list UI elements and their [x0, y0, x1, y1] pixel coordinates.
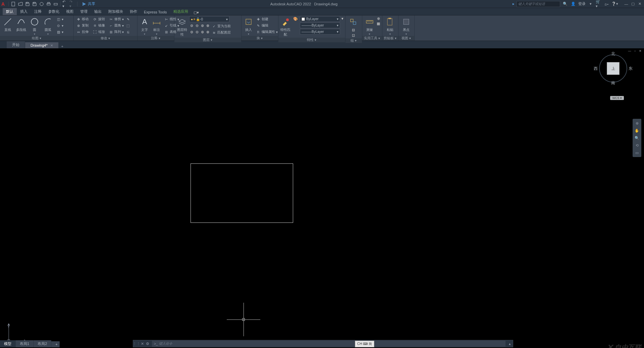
nav-showmotion-icon[interactable]: ▭ — [633, 149, 641, 156]
tab-manage[interactable]: 管理 — [77, 8, 91, 15]
layer-icon5[interactable]: ⊜ — [189, 30, 194, 34]
panel-layer-label[interactable]: 图层▼ — [174, 38, 241, 42]
layout-add[interactable]: + — [51, 341, 60, 347]
draw-misc1[interactable]: ◫▾ — [55, 16, 64, 22]
panel-modify-label[interactable]: 修改▼ — [74, 36, 137, 41]
doctab-close-icon[interactable]: ✕ — [50, 44, 53, 47]
layer-setcur[interactable]: ✓置为当前 — [211, 23, 232, 29]
cart-icon[interactable]: 🛒▾ — [596, 1, 602, 7]
arc-tool[interactable]: 圆弧▼ — [42, 16, 54, 36]
move-icon[interactable]: ✥ — [76, 17, 81, 21]
prop-expand-icon[interactable]: ▾ — [341, 16, 344, 21]
tab-expand-icon[interactable]: ▢▾ — [193, 10, 200, 15]
doctab-add-icon[interactable]: + — [59, 44, 66, 48]
draw-misc2[interactable]: ⊙▾ — [55, 22, 64, 29]
fillet-icon[interactable]: ⌐ — [109, 23, 113, 28]
layout-model[interactable]: 模型 — [0, 340, 16, 347]
cmd-close-icon[interactable]: ✕ — [140, 342, 145, 346]
cmd-recent-icon[interactable]: ▴ — [507, 342, 513, 346]
dim-tool[interactable]: 标注▼ — [151, 16, 162, 36]
login-dropdown-icon[interactable]: ▾ — [588, 1, 594, 7]
panel-block-label[interactable]: 块▼ — [241, 36, 278, 41]
viewcube-top[interactable]: 上 — [607, 62, 620, 75]
qat-redo-icon[interactable]: ↷ ▾ — [69, 1, 75, 7]
tab-insert[interactable]: 插入 — [17, 8, 31, 15]
util-icon2[interactable]: ▦ — [376, 21, 381, 26]
array-tool[interactable]: 阵列 — [114, 30, 121, 34]
offset-icon[interactable]: ⊆ — [126, 30, 130, 34]
command-line[interactable]: ⋮⋮ ✕ ⚙ >_键入命令 ▴ — [133, 340, 513, 347]
mirror-tool[interactable]: 镜像 — [98, 23, 105, 28]
group-tool[interactable]: ⊟ ⊡ — [347, 16, 360, 38]
doctab-drawing[interactable]: Drawing4* ✕ — [25, 42, 58, 48]
doc-close-icon[interactable]: ✕ — [638, 49, 643, 53]
login-button[interactable]: 登录 — [578, 1, 586, 6]
minimize-button[interactable]: — — [623, 1, 629, 7]
viewcube-west[interactable]: 西 — [594, 66, 598, 71]
explode-icon[interactable]: ⬚ — [126, 23, 130, 28]
maximize-button[interactable]: ▢ — [630, 1, 636, 7]
insert-tool[interactable]: 插入▼ — [243, 16, 254, 36]
search-icon[interactable]: 🔍 — [562, 1, 568, 7]
qat-open-icon[interactable] — [17, 1, 23, 7]
layout-1[interactable]: 布局1 — [16, 340, 34, 347]
user-icon[interactable]: 👤 — [570, 1, 576, 7]
fillet-tool[interactable]: 圆角 — [114, 23, 121, 28]
layout-2[interactable]: 布局2 — [34, 340, 51, 347]
tab-express[interactable]: Express Tools — [141, 9, 170, 15]
mirror-icon[interactable]: ⧈ — [93, 23, 97, 28]
trim-tool[interactable]: 修剪 — [114, 17, 121, 21]
circle-tool[interactable]: 圆▼ — [28, 16, 41, 36]
stretch-tool[interactable]: 拉伸 — [82, 30, 89, 34]
viewcube-east[interactable]: 东 — [629, 66, 633, 71]
layer-match[interactable]: ≋匹配图层 — [211, 30, 232, 36]
drawing-canvas[interactable]: — ▫ ✕ Y X 上 北 南 东 西 WCS ▾ — [0, 48, 644, 348]
nav-pan-icon[interactable]: ✋ — [633, 127, 641, 134]
viewcube-south[interactable]: 南 — [611, 80, 615, 86]
stretch-icon[interactable]: ⇔ — [76, 30, 81, 34]
block-create[interactable]: ✚创建 — [255, 16, 279, 22]
tab-output[interactable]: 输出 — [91, 8, 105, 15]
panel-view-label[interactable]: 视图▼ — [398, 36, 414, 41]
panel-props-label[interactable]: 特性▼ — [278, 38, 345, 42]
measure-tool[interactable]: 测量▼ — [364, 16, 375, 36]
panel-annot-label[interactable]: 注释▼ — [138, 36, 174, 41]
nav-fullnav-icon[interactable]: ⊕ — [633, 119, 641, 127]
doc-max-icon[interactable]: ▫ — [633, 49, 637, 53]
draw-misc3[interactable]: ▨▾ — [55, 29, 64, 35]
linetype-combo[interactable]: ——— ByLayer▾ — [300, 29, 340, 35]
tab-featured[interactable]: 精选应用 — [170, 8, 192, 15]
panel-group-label[interactable]: 组▼ — [345, 38, 362, 43]
help-icon[interactable]: ❔▾ — [612, 1, 618, 7]
layer-icon8[interactable]: ⊗ — [205, 30, 210, 34]
scale-icon[interactable]: ⛶ — [93, 30, 97, 34]
block-editattr[interactable]: ⎘编辑属性▾ — [255, 29, 279, 35]
util-icon1[interactable]: ⊕ — [376, 16, 381, 21]
layer-icon7[interactable]: ⊛ — [200, 30, 205, 34]
copy-icon[interactable]: ⊕ — [76, 23, 81, 28]
cmd-custom-icon[interactable]: ⚙ — [145, 342, 151, 346]
lineweight-combo[interactable]: ——— ByLayer▾ — [300, 22, 340, 28]
layer-combo[interactable]: ● ☀ 🔓 ▫ 0▾ — [189, 16, 229, 22]
tab-view[interactable]: 视图 — [63, 8, 77, 15]
viewcube[interactable]: 上 北 南 东 西 — [596, 52, 630, 85]
array-icon[interactable]: ⊞ — [109, 30, 113, 34]
doctab-start[interactable]: 开始 — [7, 41, 25, 48]
trim-icon[interactable]: ✂ — [109, 17, 113, 21]
block-edit[interactable]: ✎编辑 — [255, 22, 279, 29]
qat-saveas-icon[interactable] — [32, 1, 38, 7]
qat-print-icon[interactable] — [53, 1, 59, 7]
match-props-tool[interactable]: 特性匹配 — [280, 16, 291, 38]
viewcube-north[interactable]: 北 — [611, 51, 615, 57]
text-tool[interactable]: A 文字▼ — [139, 16, 150, 36]
prop-color-icon[interactable]: 🎨 — [293, 16, 298, 21]
close-button[interactable]: ✕ — [637, 1, 643, 7]
share-button[interactable]: 共享 — [82, 1, 95, 6]
nav-zoom-icon[interactable]: 🔍 — [633, 134, 641, 142]
scale-tool[interactable]: 缩放 — [98, 30, 105, 34]
nav-orbit-icon[interactable]: ⟲ — [633, 142, 641, 149]
tab-annotate[interactable]: 注释 — [31, 8, 45, 15]
qat-save-icon[interactable] — [24, 1, 31, 7]
layer-props-tool[interactable]: 图层特性 — [176, 16, 189, 38]
color-combo[interactable]: ByLayer▾ — [300, 16, 340, 22]
